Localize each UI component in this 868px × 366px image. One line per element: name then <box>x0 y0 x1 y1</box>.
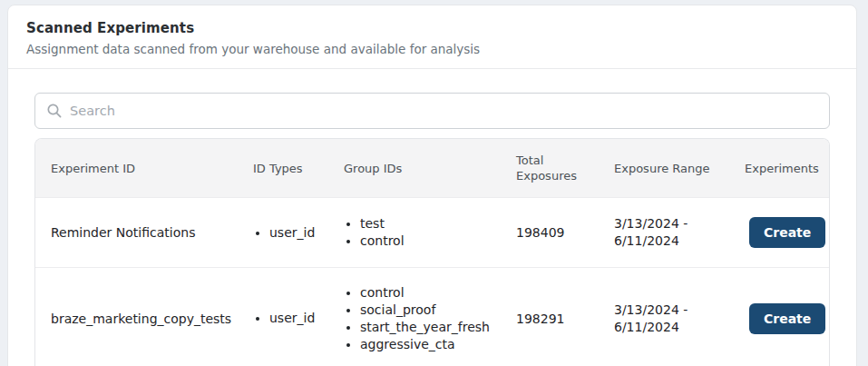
group-id-item: social_proof <box>360 302 507 319</box>
cell-group-ids: control social_proof start_the_year_fres… <box>344 284 516 353</box>
card-header: Scanned Experiments Assignment data scan… <box>8 5 856 69</box>
cell-total-exposures: 198409 <box>516 225 614 240</box>
table-row: Reminder Notifications user_id test cont… <box>35 197 829 267</box>
experiments-table: Experiment ID ID Types Group IDs Total E… <box>34 138 830 366</box>
cell-id-types: user_id <box>253 224 344 242</box>
cell-exposure-range: 3/13/2024 - 6/11/2024 <box>614 302 745 336</box>
table-row: braze_marketing_copy_tests user_id contr… <box>35 267 829 366</box>
id-type-item: user_id <box>269 310 335 327</box>
group-id-item: aggressive_cta <box>360 336 507 353</box>
cell-experiments-action: Create <box>745 303 830 334</box>
column-header-exposure-range: Exposure Range <box>614 161 745 176</box>
search-input[interactable] <box>70 104 818 118</box>
group-id-item: test <box>360 215 507 232</box>
scanned-experiments-card: Scanned Experiments Assignment data scan… <box>7 5 857 366</box>
create-experiment-button[interactable]: Create <box>749 303 825 334</box>
column-header-id-types: ID Types <box>253 161 344 176</box>
page-subtitle: Assignment data scanned from your wareho… <box>26 42 838 56</box>
table-header-row: Experiment ID ID Types Group IDs Total E… <box>35 139 829 197</box>
id-types-list: user_id <box>253 310 335 327</box>
group-id-item: control <box>360 284 507 302</box>
group-id-item: start_the_year_fresh <box>360 319 507 336</box>
group-ids-list: test control <box>344 215 507 250</box>
cell-id-types: user_id <box>253 310 344 327</box>
search-icon <box>46 103 63 119</box>
cell-experiment-id: braze_marketing_copy_tests <box>51 312 253 326</box>
column-header-total-exposures: Total Exposures <box>516 153 614 183</box>
page-title: Scanned Experiments <box>26 20 838 36</box>
cell-experiment-id: Reminder Notifications <box>51 225 253 240</box>
create-experiment-button[interactable]: Create <box>749 217 825 248</box>
cell-experiments-action: Create <box>745 217 830 248</box>
column-header-experiment-id: Experiment ID <box>51 161 253 176</box>
page: { "header": { "title": "Scanned Experime… <box>0 0 868 366</box>
cell-group-ids: test control <box>344 215 516 250</box>
search-box[interactable] <box>34 93 830 129</box>
column-header-group-ids: Group IDs <box>344 161 516 176</box>
id-type-item: user_id <box>269 224 335 242</box>
column-header-experiments: Experiments <box>745 161 830 176</box>
group-ids-list: control social_proof start_the_year_fres… <box>344 284 507 353</box>
group-id-item: control <box>360 232 507 250</box>
cell-exposure-range: 3/13/2024 - 6/11/2024 <box>614 215 745 250</box>
cell-total-exposures: 198291 <box>516 312 614 326</box>
card-body: Experiment ID ID Types Group IDs Total E… <box>8 69 856 366</box>
id-types-list: user_id <box>253 224 335 242</box>
